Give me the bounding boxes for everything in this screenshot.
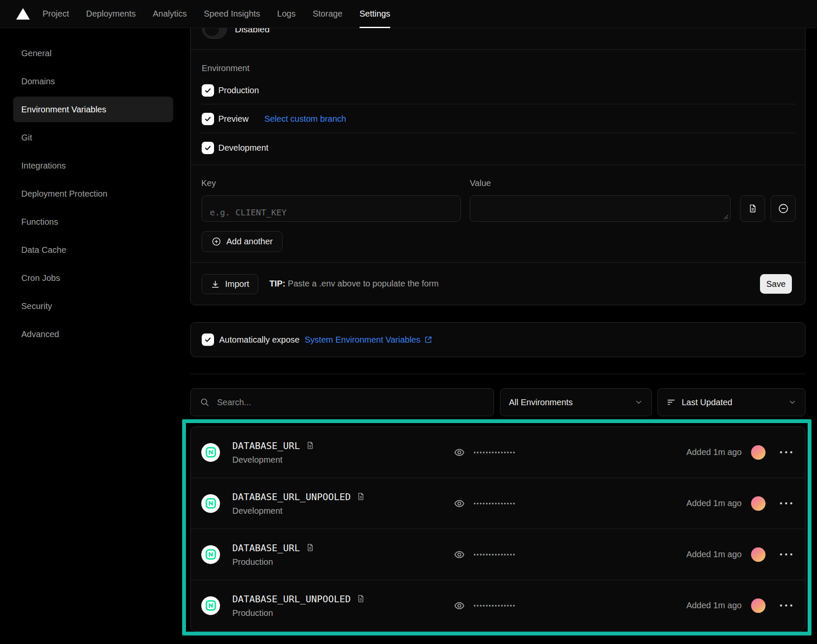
env-var-row[interactable]: DATABASE_URL_UNPOOLED Development ••••••… bbox=[191, 478, 805, 529]
sidebar-item-git[interactable]: Git bbox=[13, 125, 173, 150]
file-text-icon bbox=[306, 543, 315, 552]
system-env-card: Automatically expose System Environment … bbox=[190, 322, 806, 357]
auto-expose-checkbox[interactable] bbox=[202, 334, 214, 346]
key-input[interactable] bbox=[202, 196, 460, 221]
file-text-icon bbox=[748, 203, 758, 214]
chevron-down-icon bbox=[634, 398, 643, 406]
search-input[interactable] bbox=[217, 398, 494, 407]
sidebar-item-advanced[interactable]: Advanced bbox=[13, 321, 173, 347]
remove-row-button[interactable] bbox=[771, 195, 796, 222]
system-env-variables-link-text: System Environment Variables bbox=[305, 335, 420, 345]
search-icon bbox=[200, 398, 210, 407]
env-var-name: DATABASE_URL_UNPOOLED bbox=[232, 491, 351, 502]
environment-filter-value: All Environments bbox=[509, 398, 573, 407]
eye-icon[interactable] bbox=[454, 600, 465, 611]
env-var-environment: Production bbox=[232, 608, 366, 618]
resize-grip-icon bbox=[723, 215, 728, 220]
env-var-search bbox=[190, 388, 494, 416]
system-env-variables-link[interactable]: System Environment Variables bbox=[305, 335, 433, 345]
sidebar-item-functions[interactable]: Functions bbox=[13, 209, 173, 235]
sidebar-item-domains[interactable]: Domains bbox=[13, 69, 173, 94]
nav-item-deployments[interactable]: Deployments bbox=[86, 0, 136, 28]
sidebar-item-deployment-protection[interactable]: Deployment Protection bbox=[13, 181, 173, 206]
value-textarea[interactable] bbox=[470, 196, 730, 221]
checkmark-icon bbox=[204, 144, 211, 152]
development-checkbox[interactable] bbox=[202, 142, 214, 154]
checkmark-icon bbox=[204, 115, 211, 123]
nav-item-settings[interactable]: Settings bbox=[360, 0, 390, 28]
sidebar-item-environment-variables[interactable]: Environment Variables bbox=[13, 97, 173, 122]
add-another-label: Add another bbox=[226, 237, 273, 246]
save-button[interactable]: Save bbox=[760, 274, 792, 294]
nav-item-logs[interactable]: Logs bbox=[277, 0, 295, 28]
environment-filter-dropdown[interactable]: All Environments bbox=[500, 388, 652, 416]
neon-integration-icon bbox=[201, 443, 220, 462]
added-timestamp: Added 1m ago bbox=[686, 550, 742, 559]
added-timestamp: Added 1m ago bbox=[686, 447, 742, 457]
checkmark-icon bbox=[204, 87, 211, 94]
env-var-name: DATABASE_URL_UNPOOLED bbox=[232, 593, 351, 604]
user-avatar bbox=[751, 496, 766, 511]
env-var-environment: Development bbox=[232, 506, 366, 515]
checkmark-icon bbox=[204, 336, 211, 343]
preview-label: Preview bbox=[218, 114, 249, 124]
nav-item-speed-insights[interactable]: Speed Insights bbox=[204, 0, 260, 28]
eye-icon[interactable] bbox=[454, 447, 465, 458]
hidden-value-dots: •••••••••••••• bbox=[474, 602, 516, 609]
minus-circle-icon bbox=[778, 203, 789, 214]
nav-item-analytics[interactable]: Analytics bbox=[153, 0, 187, 28]
neon-integration-icon bbox=[201, 545, 220, 564]
paste-env-file-button[interactable] bbox=[740, 195, 765, 222]
env-var-name: DATABASE_URL bbox=[232, 542, 300, 553]
production-label: Production bbox=[218, 86, 259, 95]
sort-dropdown[interactable]: Last Updated bbox=[657, 388, 806, 416]
env-var-environment: Development bbox=[232, 455, 315, 464]
select-custom-branch-link[interactable]: Select custom branch bbox=[264, 114, 346, 124]
development-label: Development bbox=[218, 143, 269, 153]
env-var-row[interactable]: DATABASE_URL Development •••••••••••••• … bbox=[191, 427, 805, 478]
nav-item-storage[interactable]: Storage bbox=[313, 0, 343, 28]
row-menu-button[interactable] bbox=[780, 552, 792, 557]
nav-item-project[interactable]: Project bbox=[43, 0, 69, 28]
sidebar-item-integrations[interactable]: Integrations bbox=[13, 153, 173, 178]
hidden-value-dots: •••••••••••••• bbox=[474, 449, 516, 456]
env-var-row[interactable]: DATABASE_URL Production •••••••••••••• A… bbox=[191, 529, 805, 580]
row-menu-button[interactable] bbox=[780, 449, 792, 455]
chevron-down-icon bbox=[788, 398, 797, 406]
env-var-list: DATABASE_URL Development •••••••••••••• … bbox=[190, 426, 806, 631]
file-text-icon bbox=[356, 492, 366, 501]
sidebar-item-data-cache[interactable]: Data Cache bbox=[13, 237, 173, 263]
file-text-icon bbox=[356, 594, 366, 604]
top-nav: Project Deployments Analytics Speed Insi… bbox=[0, 0, 817, 28]
sidebar-item-security[interactable]: Security bbox=[13, 293, 173, 319]
env-var-form-card: Disabled Environment Production Preview … bbox=[190, 0, 806, 305]
row-menu-button[interactable] bbox=[780, 603, 792, 608]
added-timestamp: Added 1m ago bbox=[686, 601, 742, 610]
row-menu-button[interactable] bbox=[780, 501, 792, 506]
sort-lines-icon bbox=[666, 398, 676, 407]
env-var-name: DATABASE_URL bbox=[232, 440, 300, 451]
eye-icon[interactable] bbox=[454, 498, 465, 509]
sidebar-item-general[interactable]: General bbox=[13, 40, 173, 66]
hidden-value-dots: •••••••••••••• bbox=[474, 551, 516, 558]
file-text-icon bbox=[306, 441, 315, 450]
eye-icon[interactable] bbox=[454, 549, 465, 560]
add-another-button[interactable]: Add another bbox=[202, 231, 283, 252]
auto-expose-label: Automatically expose bbox=[219, 335, 300, 345]
user-avatar bbox=[751, 598, 766, 613]
sidebar-item-cron-jobs[interactable]: Cron Jobs bbox=[13, 265, 173, 291]
neon-integration-icon bbox=[201, 596, 220, 615]
hidden-value-dots: •••••••••••••• bbox=[474, 500, 516, 507]
import-button[interactable]: Import bbox=[202, 274, 258, 294]
production-checkbox[interactable] bbox=[202, 84, 214, 97]
vercel-logo-icon[interactable] bbox=[16, 8, 30, 20]
import-tip: TIP: Paste a .env above to populate the … bbox=[269, 279, 439, 289]
preview-checkbox[interactable] bbox=[202, 113, 214, 125]
tip-bold: TIP: bbox=[269, 279, 286, 288]
plus-circle-icon bbox=[211, 237, 221, 246]
import-label: Import bbox=[225, 279, 249, 289]
settings-sidebar: General Domains Environment Variables Gi… bbox=[13, 40, 173, 349]
external-link-icon bbox=[424, 335, 433, 344]
user-avatar bbox=[751, 445, 766, 460]
env-var-row[interactable]: DATABASE_URL_UNPOOLED Production •••••••… bbox=[191, 580, 805, 631]
